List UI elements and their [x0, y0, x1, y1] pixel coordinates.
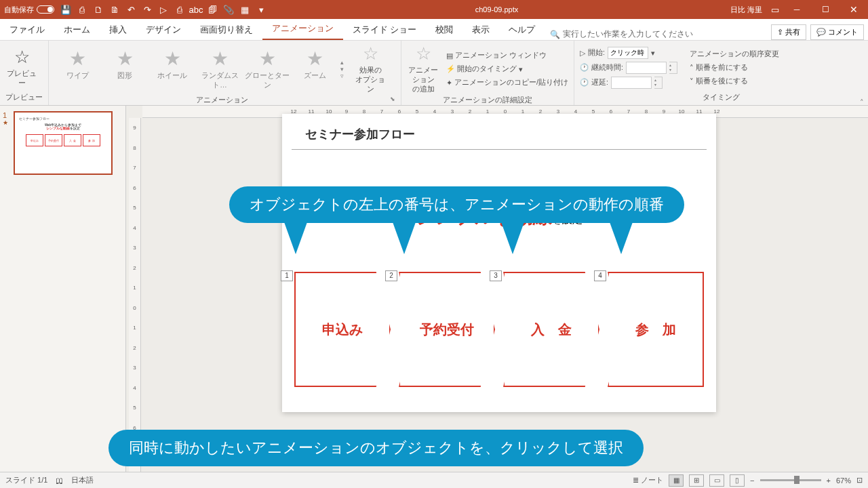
- clock-icon: 🕐: [580, 63, 589, 72]
- move-earlier-button[interactable]: ˄順番を前にする: [690, 62, 779, 74]
- callout-tail-icon: [392, 220, 416, 254]
- language-indicator[interactable]: 日本語: [71, 475, 94, 485]
- save-icon[interactable]: 💾: [58, 2, 73, 17]
- title-bar: 自動保存 💾 ⎙ 🗋 🗎 ↶ ↷ ▷ ⎙ abc 🗐 📎 ▦ ▾ ch09-09…: [0, 0, 868, 19]
- add-animation-button[interactable]: ☆ アニメーション の追加: [407, 43, 439, 94]
- qat-icon[interactable]: 🗋: [91, 2, 106, 17]
- tab-home[interactable]: ホーム: [54, 20, 100, 40]
- anim-shape[interactable]: ★図形: [102, 48, 148, 90]
- minimize-button[interactable]: ─: [783, 0, 811, 19]
- user-name[interactable]: 日比 海里: [725, 5, 768, 15]
- pane-icon: ▤: [446, 52, 453, 60]
- tab-design[interactable]: デザイン: [136, 20, 191, 40]
- autosave-switch-icon: [37, 5, 54, 14]
- animation-order-tag: 4: [594, 270, 606, 281]
- slide-thumbnail[interactable]: 1 ★ セミナー参加フロー Web申込みから参加までシンプルな動線を設定 申込み…: [3, 111, 123, 175]
- brush-icon: ✦: [446, 79, 452, 87]
- qat-icon[interactable]: ⎙: [172, 2, 187, 17]
- tab-review[interactable]: 校閲: [426, 20, 462, 40]
- sorter-view-button[interactable]: ⊞: [689, 474, 704, 487]
- zoom-in-button[interactable]: +: [827, 476, 831, 485]
- play-icon: ▷: [580, 49, 585, 57]
- qat-icon[interactable]: ⎙: [75, 2, 90, 17]
- star-icon: ★: [66, 48, 88, 70]
- animation-gallery[interactable]: ★ワイプ ★図形 ★ホイール ★ランダムスト… ★グローとターン ★ズーム: [54, 48, 338, 90]
- tutorial-callout: 同時に動かしたいアニメーションのオブジェクトを、クリックして選択: [108, 430, 644, 466]
- qat-icon[interactable]: ▷: [156, 2, 171, 17]
- tab-view[interactable]: 表示: [462, 20, 499, 40]
- ribbon-options-icon[interactable]: ▭: [768, 2, 783, 17]
- tell-me-search[interactable]: 🔍 実行したい作業を入力してください: [545, 28, 698, 40]
- move-later-button[interactable]: ˅順番を後にする: [690, 75, 779, 87]
- preview-button[interactable]: ☆ プレビュー: [5, 47, 38, 88]
- qat-more-icon[interactable]: ▾: [254, 2, 269, 17]
- down-icon: ˅: [690, 77, 694, 85]
- star-icon: ★: [256, 48, 278, 70]
- flow-step[interactable]: 1申込み: [294, 272, 391, 387]
- anim-wheel[interactable]: ★ホイール: [149, 48, 195, 90]
- start-select[interactable]: [608, 47, 648, 59]
- flow-step[interactable]: 4参 加: [608, 272, 704, 387]
- tab-slideshow[interactable]: スライド ショー: [343, 20, 426, 40]
- trigger-button[interactable]: ⚡開始のタイミング ▾: [446, 63, 568, 75]
- comment-button[interactable]: 💬コメント: [810, 24, 864, 40]
- share-button[interactable]: ⇪共有: [771, 24, 806, 40]
- delay-input[interactable]: [611, 77, 652, 89]
- tab-file[interactable]: ファイル: [0, 20, 54, 40]
- flow-diagram: 1申込み 2予約受付 3入 金 4参 加: [282, 264, 716, 395]
- tab-insert[interactable]: 挿入: [100, 20, 136, 40]
- zoom-out-button[interactable]: −: [750, 476, 754, 485]
- spinner-icon[interactable]: ▴▾: [654, 77, 663, 89]
- animation-order-tag: 3: [490, 270, 502, 281]
- spinner-icon[interactable]: ▴▾: [669, 62, 677, 74]
- qat-icon[interactable]: 🗐: [205, 2, 220, 17]
- thumb-preview: セミナー参加フロー Web申込みから参加までシンプルな動線を設定 申込み 予約受…: [14, 111, 113, 175]
- normal-view-button[interactable]: ▦: [669, 474, 684, 487]
- star-plus-icon: ☆: [407, 43, 439, 64]
- slideshow-view-button[interactable]: ▯: [730, 474, 745, 487]
- fit-window-button[interactable]: ⊡: [856, 476, 863, 485]
- anim-grow[interactable]: ★グローとターン: [244, 48, 290, 90]
- animation-pane-button[interactable]: ▤アニメーション ウィンドウ: [446, 49, 568, 62]
- redo-icon[interactable]: ↷: [140, 2, 155, 17]
- animation-painter-button[interactable]: ✦アニメーションのコピー/貼り付け: [446, 77, 568, 89]
- animation-order-tag: 1: [281, 270, 293, 281]
- anim-zoom[interactable]: ★ズーム: [292, 48, 338, 90]
- maximize-button[interactable]: ☐: [811, 0, 840, 19]
- duration-input[interactable]: [626, 62, 667, 74]
- callout-tail-icon: [609, 220, 633, 254]
- zoom-level[interactable]: 67%: [836, 476, 851, 485]
- dialog-launcher-icon[interactable]: ⬊: [390, 96, 395, 102]
- flow-step[interactable]: 2予約受付: [399, 272, 495, 387]
- anim-random[interactable]: ★ランダムスト…: [197, 48, 243, 90]
- autosave-toggle[interactable]: 自動保存: [0, 5, 58, 15]
- effect-options-button[interactable]: ☆ 効果の オプション: [354, 43, 387, 94]
- gallery-expand[interactable]: ▴▾▿: [340, 56, 351, 82]
- qat-icon[interactable]: ▦: [237, 2, 252, 17]
- tab-transitions[interactable]: 画面切り替え: [191, 20, 262, 40]
- reading-view-button[interactable]: ▭: [709, 474, 724, 487]
- undo-icon[interactable]: ↶: [123, 2, 138, 17]
- group-label: アニメーションの詳細設定: [407, 94, 568, 106]
- close-button[interactable]: ✕: [840, 0, 868, 19]
- flow-step[interactable]: 3入 金: [503, 272, 599, 387]
- tab-animations[interactable]: アニメーション: [262, 19, 343, 40]
- star-icon: ★: [304, 48, 326, 70]
- document-title: ch09-09.pptx: [269, 5, 725, 14]
- slide-counter[interactable]: スライド 1/1: [5, 475, 47, 485]
- dropdown-icon[interactable]: ▾: [651, 49, 655, 57]
- group-label: タイミング: [580, 92, 863, 104]
- group-animation: ★ワイプ ★図形 ★ホイール ★ランダムスト… ★グローとターン ★ズーム ▴▾…: [49, 41, 401, 105]
- slide-title: セミナー参加フロー: [292, 114, 707, 150]
- qat-icon[interactable]: 📎: [221, 2, 236, 17]
- qat-icon[interactable]: abc: [189, 2, 203, 17]
- slide-canvas[interactable]: セミナー参加フロー シンプルな動線を設定 1申込み 2予約受付 3入 金 4参 …: [282, 114, 716, 412]
- spell-check-icon[interactable]: 🕮: [56, 476, 63, 485]
- qat-icon[interactable]: 🗎: [107, 2, 122, 17]
- animation-order-tag: 2: [385, 270, 397, 281]
- comment-icon: 💬: [816, 28, 826, 37]
- tab-help[interactable]: ヘルプ: [499, 20, 545, 40]
- anim-wipe[interactable]: ★ワイプ: [54, 48, 100, 90]
- zoom-slider[interactable]: [760, 479, 821, 481]
- notes-button[interactable]: ≣ ノート: [633, 475, 663, 485]
